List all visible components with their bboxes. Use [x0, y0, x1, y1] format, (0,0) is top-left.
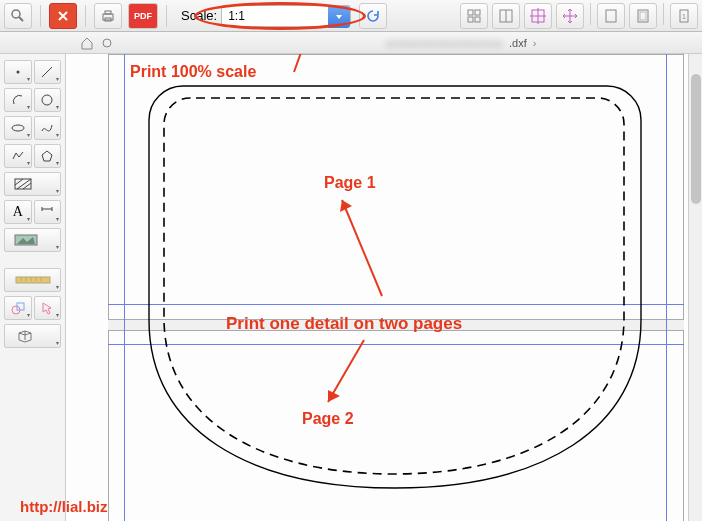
print-button[interactable]	[94, 3, 122, 29]
svg-line-26	[15, 179, 23, 185]
tool-image[interactable]: ▾	[4, 228, 61, 252]
svg-point-22	[42, 95, 52, 105]
split-icon	[498, 8, 514, 24]
scrollbar-thumb[interactable]	[691, 74, 701, 204]
toolbar-separator	[166, 5, 167, 27]
single-page-button[interactable]: 1	[670, 3, 698, 29]
margin-right	[666, 54, 667, 521]
refresh-button[interactable]	[359, 3, 387, 29]
tool-3d[interactable]: ▾	[4, 324, 61, 348]
chevron-down-icon: ▾	[27, 159, 30, 166]
chevron-down-icon: ▾	[56, 215, 59, 222]
cursor-icon	[40, 301, 54, 315]
chevron-right-icon: ›	[533, 37, 537, 49]
chevron-down-icon: ▾	[56, 283, 59, 290]
page-margin-button[interactable]	[629, 3, 657, 29]
view-mode-group: 1	[460, 3, 698, 29]
chevron-down-icon: ▾	[27, 311, 30, 318]
toolbar-separator	[40, 5, 41, 27]
tool-spline[interactable]: ▾	[34, 116, 62, 140]
chevron-down-icon	[328, 6, 350, 28]
tool-shapes[interactable]: ▾	[4, 296, 32, 320]
tool-ruler[interactable]: ▾	[4, 268, 61, 292]
toolbar-separator	[85, 5, 86, 27]
svg-rect-6	[475, 10, 480, 15]
svg-marker-24	[42, 151, 52, 161]
scale-value: 1:1	[228, 9, 245, 23]
tool-palette: ▾ ▾ ▾ ▾ ▾ ▾ ▾ ▾ ▾ A▾ ▾ ▾ ▾ ▾ ▾	[0, 54, 66, 521]
close-button[interactable]	[49, 3, 77, 29]
home-icon[interactable]	[80, 36, 94, 50]
svg-point-19	[103, 39, 111, 47]
pattern-shape	[146, 80, 644, 494]
tool-ellipse[interactable]: ▾	[4, 116, 32, 140]
svg-point-23	[12, 125, 24, 131]
scale-select[interactable]: 1:1	[221, 5, 351, 27]
scale-label: Scale:	[181, 8, 217, 23]
print-icon	[100, 8, 116, 24]
toolbar-separator	[663, 3, 664, 25]
tool-arc[interactable]: ▾	[4, 88, 32, 112]
zoom-icon	[10, 8, 26, 24]
tool-hatch[interactable]: ▾	[4, 172, 61, 196]
svg-rect-3	[105, 11, 111, 14]
tool-point[interactable]: ▾	[4, 60, 32, 84]
scale-control: Scale: 1:1	[181, 5, 351, 27]
chevron-down-icon: ▾	[56, 311, 59, 318]
svg-line-21	[42, 67, 52, 77]
grid-icon	[466, 8, 482, 24]
svg-rect-7	[468, 17, 473, 22]
move-icon	[562, 8, 578, 24]
svg-point-0	[12, 10, 20, 18]
move-view-button[interactable]	[556, 3, 584, 29]
watermark-url: http://lial.biz	[20, 498, 108, 515]
canvas[interactable]: Print 100% scale Page 1 Print one detail…	[66, 54, 702, 521]
refresh-small-icon[interactable]	[100, 36, 114, 50]
cube-icon	[13, 329, 53, 343]
chevron-down-icon: ▾	[56, 243, 59, 250]
chevron-down-icon: ▾	[56, 131, 59, 138]
page-blank-button[interactable]	[597, 3, 625, 29]
single-page-icon: 1	[676, 8, 692, 24]
toolbar-separator	[590, 3, 591, 25]
crosshair-icon	[530, 8, 546, 24]
chevron-down-icon: ▾	[27, 75, 30, 82]
margin-left	[124, 54, 125, 521]
page-icon	[603, 8, 619, 24]
tool-polyline[interactable]: ▾	[4, 144, 32, 168]
close-icon	[55, 8, 71, 24]
svg-line-1	[19, 17, 23, 21]
svg-rect-16	[640, 12, 646, 20]
tool-line[interactable]: ▾	[34, 60, 62, 84]
svg-rect-5	[468, 10, 473, 15]
chevron-down-icon: ▾	[27, 131, 30, 138]
chevron-down-icon: ▾	[56, 103, 59, 110]
center-view-button[interactable]	[524, 3, 552, 29]
svg-rect-8	[475, 17, 480, 22]
main-area: ▾ ▾ ▾ ▾ ▾ ▾ ▾ ▾ ▾ A▾ ▾ ▾ ▾ ▾ ▾	[0, 54, 702, 521]
pdf-export-button[interactable]: PDF	[128, 3, 158, 29]
tool-polygon[interactable]: ▾	[34, 144, 62, 168]
tool-text[interactable]: A▾	[4, 200, 32, 224]
tool-cursor[interactable]: ▾	[34, 296, 62, 320]
split-view-button[interactable]	[492, 3, 520, 29]
text-icon: A	[13, 204, 23, 220]
chevron-down-icon: ▾	[56, 75, 59, 82]
pdf-label: PDF	[134, 11, 152, 21]
blurred-path: xxxxxxxxxxxxxxxxxx	[386, 37, 503, 49]
grid-2x2-button[interactable]	[460, 3, 488, 29]
chevron-down-icon: ▾	[27, 103, 30, 110]
file-extension: .dxf	[509, 37, 527, 49]
svg-rect-14	[606, 10, 616, 22]
page-margin-icon	[635, 8, 651, 24]
chevron-down-icon: ▾	[27, 215, 30, 222]
chevron-down-icon: ▾	[56, 187, 59, 194]
zoom-icon-button[interactable]	[4, 3, 32, 29]
svg-point-20	[16, 71, 19, 74]
vertical-scrollbar[interactable]	[688, 54, 702, 521]
chevron-down-icon: ▾	[56, 339, 59, 346]
main-toolbar: PDF Scale: 1:1 1	[0, 0, 702, 32]
refresh-icon	[365, 8, 381, 24]
tool-dimension[interactable]: ▾	[34, 200, 62, 224]
tool-circle[interactable]: ▾	[34, 88, 62, 112]
